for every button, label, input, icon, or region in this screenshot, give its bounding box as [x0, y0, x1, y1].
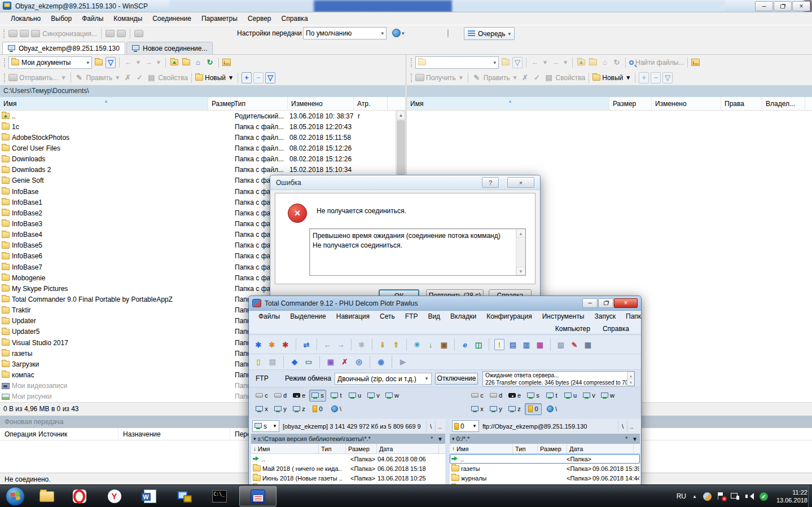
- column-header[interactable]: Размер: [346, 444, 377, 453]
- toolbar-icon[interactable]: ⇄: [301, 339, 311, 350]
- file-row[interactable]: Май 2018 ( ничего не кида..<Папка>06.06.…: [251, 464, 445, 473]
- left-path-bar[interactable]: ▾ s:\Старая версия библиотеки\газеты\*.*…: [251, 434, 445, 444]
- drive-button-x[interactable]: x: [253, 403, 270, 415]
- toolbar-grip[interactable]: [4, 73, 6, 82]
- winscp-menu-item[interactable]: Соединение: [147, 12, 196, 25]
- new-button[interactable]: Новый: [602, 74, 623, 82]
- drive-button-v[interactable]: v: [365, 390, 382, 402]
- file-row[interactable]: журналы<Папка>09.06.2018 14:44: [450, 473, 640, 483]
- taskbar-cmd-button[interactable]: C:\_: [207, 486, 232, 506]
- transfer-mode-combo[interactable]: Двоичный (zip, doc и т.д.) ▼: [335, 373, 432, 385]
- edit-icon[interactable]: ✎: [74, 72, 85, 83]
- chevron-down-icon[interactable]: ▾: [512, 72, 519, 83]
- drive-button-u[interactable]: u: [562, 390, 579, 402]
- column-header[interactable]: Размер: [538, 444, 567, 453]
- preferences-button[interactable]: [447, 29, 449, 37]
- select-icon[interactable]: +: [639, 72, 649, 83]
- column-header[interactable]: Владел...: [762, 97, 805, 110]
- refresh-icon[interactable]: ↻: [205, 57, 215, 68]
- error-dialog-titlebar[interactable]: Ошибка ? ×: [270, 175, 540, 190]
- find-files-button[interactable]: Найти файлы...: [635, 59, 684, 67]
- unselect-icon[interactable]: −: [253, 72, 264, 83]
- column-header[interactable]: Размер: [609, 97, 652, 110]
- taskbar-word-button[interactable]: W: [137, 486, 163, 506]
- filter-icon[interactable]: ▽: [662, 72, 673, 83]
- right-path-bar[interactable]: ▾ 0:/*.* *▼: [450, 434, 640, 444]
- toolbar-icon[interactable]: ✱: [357, 339, 367, 350]
- wildcard-icon[interactable]: *: [625, 436, 627, 442]
- toolbar-icon[interactable]: ✱: [253, 339, 264, 350]
- column-header[interactable]: Тип: [231, 97, 288, 110]
- root-button[interactable]: \: [618, 421, 627, 432]
- chevron-down-icon[interactable]: ▾: [458, 72, 464, 83]
- root-directory-icon[interactable]: [588, 57, 598, 68]
- drive-button-z[interactable]: z: [291, 403, 308, 415]
- synchronize-label[interactable]: Синхронизация...: [42, 30, 97, 38]
- properties-icon[interactable]: ▤: [146, 72, 156, 83]
- disconnect-button[interactable]: Отключение: [435, 373, 478, 385]
- tc-menu-item[interactable]: Конфигурация: [481, 311, 537, 323]
- drive-button-root[interactable]: \: [543, 403, 560, 415]
- close-button[interactable]: ×: [614, 298, 638, 308]
- file-row[interactable]: Corel User FilesПапка с файл...08.02.201…: [0, 143, 396, 153]
- toolbar-icon[interactable]: ▭: [304, 356, 314, 368]
- tc-menu-item[interactable]: Вкладки: [445, 311, 481, 323]
- winscp-menu-item[interactable]: Команды: [108, 12, 147, 25]
- drive-button-v[interactable]: v: [581, 390, 598, 402]
- transfer-column-header[interactable]: Операция: [0, 428, 34, 440]
- tc-menu-item[interactable]: Выделение: [285, 311, 331, 323]
- toolbar-icon[interactable]: e: [460, 339, 470, 350]
- winscp-menu-item[interactable]: Локально: [6, 12, 46, 25]
- root-button[interactable]: \: [426, 421, 435, 432]
- toolbar-grip[interactable]: [411, 58, 412, 67]
- edit-icon[interactable]: ✎: [472, 72, 482, 83]
- tray-expand-icon[interactable]: ▲: [692, 494, 697, 499]
- file-row[interactable]: ..Родительский...13.06.2018 10: 38:37r: [0, 111, 396, 121]
- tc-menu-item[interactable]: Запуск: [590, 311, 621, 323]
- drive-button-z[interactable]: z: [506, 403, 523, 415]
- drive-button-c[interactable]: c: [253, 390, 270, 402]
- toolbar-icon[interactable]: ◫: [473, 339, 484, 350]
- clock[interactable]: 11:22 13.06.2018: [776, 488, 807, 504]
- session-tab[interactable]: Obyaz_ekzemp@89.251.159.130: [2, 42, 125, 54]
- tc-menu-item[interactable]: Справка: [598, 323, 634, 334]
- action-center-icon[interactable]: [718, 492, 725, 500]
- drive-button-0[interactable]: 0: [309, 403, 326, 415]
- taskbar-explorer-button[interactable]: [34, 486, 59, 506]
- file-row[interactable]: Downloads 2Папка с файл...15.02.2018 15:…: [0, 165, 396, 175]
- drive-button-0[interactable]: 0: [525, 403, 542, 415]
- column-header[interactable]: Изменено: [288, 97, 354, 110]
- file-row[interactable]: Июнь 2018 (Новые газеты ..<Папка>13.06.2…: [251, 473, 445, 483]
- edit-button[interactable]: Править: [484, 74, 510, 82]
- download-button[interactable]: Получить: [426, 74, 456, 82]
- winscp-titlebar[interactable]: Obyaz_ekzemp@89.251.159.130 - WinSCP – ×: [0, 0, 812, 12]
- drive-button-s[interactable]: s: [309, 390, 326, 402]
- caret-down-icon[interactable]: ▼: [437, 436, 443, 442]
- tc-menu-item[interactable]: Инструменты: [537, 311, 590, 323]
- chevron-down-icon[interactable]: ▾: [60, 72, 67, 83]
- drive-button-x[interactable]: x: [469, 403, 486, 415]
- parent-button[interactable]: ..: [435, 421, 444, 432]
- search-icon[interactable]: [629, 60, 634, 65]
- transfer-preset-cycle-button[interactable]: ▾: [392, 29, 405, 37]
- winscp-menu-item[interactable]: Сервер: [243, 12, 276, 25]
- drive-button-c[interactable]: c: [469, 390, 486, 402]
- chevron-down-icon[interactable]: ▾: [625, 72, 631, 83]
- right-drive-combo[interactable]: 0 ▼: [452, 420, 479, 432]
- refresh-icon[interactable]: ↻: [612, 57, 622, 68]
- directory-tree-icon[interactable]: [691, 59, 700, 66]
- drive-button-e[interactable]: e: [291, 390, 308, 402]
- drive-button-s[interactable]: s: [525, 390, 542, 402]
- home-directory-icon[interactable]: ⌂: [600, 57, 610, 68]
- filter-icon[interactable]: ▽: [106, 57, 116, 68]
- column-header[interactable]: Тип: [513, 444, 538, 453]
- language-indicator[interactable]: RU: [677, 492, 686, 500]
- commander-layout-icon[interactable]: [8, 30, 17, 37]
- toolbar-icon[interactable]: ▶: [398, 356, 408, 368]
- drive-button-d[interactable]: d: [272, 390, 289, 402]
- file-row[interactable]: газеты<Папка>09.06.2018 15:39: [450, 464, 640, 473]
- column-header[interactable]: Дата: [377, 444, 439, 453]
- upload-button[interactable]: Отправить...: [19, 74, 59, 82]
- scroll-up-icon[interactable]: ▲: [397, 111, 405, 120]
- delete-icon[interactable]: ✗: [122, 72, 133, 83]
